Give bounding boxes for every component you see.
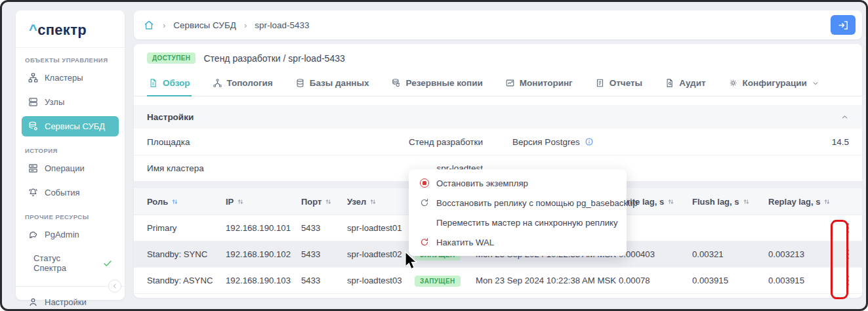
settings-collapse-button[interactable] bbox=[840, 113, 849, 121]
tab-topology[interactable]: Топология bbox=[211, 72, 274, 96]
settings-title: Настройки bbox=[147, 112, 194, 122]
cell-ip: 192.168.190.101 bbox=[226, 223, 301, 233]
sort-icon[interactable] bbox=[823, 198, 831, 205]
status-badge: ЗАПУЩЕН bbox=[415, 276, 461, 287]
settings-section-header: Настройки bbox=[134, 105, 862, 129]
column-header-port[interactable]: Порт bbox=[301, 197, 347, 207]
sidebar-section-history: ИСТОРИЯ bbox=[25, 147, 115, 154]
database-gear-icon bbox=[28, 121, 39, 132]
tab-configurations[interactable]: Конфигурации bbox=[727, 72, 821, 96]
cell-replay-lag: 0.003915 bbox=[768, 276, 837, 285]
cell-role: Primary bbox=[147, 223, 226, 233]
sidebar-item-label: Операции bbox=[45, 163, 85, 173]
row-actions-menu-button[interactable] bbox=[842, 272, 854, 289]
sidebar-item-label: Узлы bbox=[45, 97, 64, 107]
breadcrumb-separator: › bbox=[163, 20, 165, 30]
breadcrumb-current: spr-load-5433 bbox=[255, 20, 309, 30]
cell-write-lag: 0.000403 bbox=[619, 249, 692, 259]
column-header-replay-lag[interactable]: Replay lag, s bbox=[768, 197, 837, 207]
stop-icon bbox=[419, 178, 430, 188]
tab-audit[interactable]: Аудит bbox=[663, 72, 707, 96]
tab-backups[interactable]: Резервные копии bbox=[390, 72, 484, 96]
tab-reports[interactable]: Отчеты bbox=[594, 72, 644, 96]
menu-item-label: Остановить экземпляр bbox=[436, 178, 528, 188]
sidebar-divider bbox=[16, 286, 125, 287]
tab-label: Топология bbox=[227, 78, 273, 88]
tab-label: Базы данных bbox=[310, 78, 369, 88]
home-icon[interactable] bbox=[143, 19, 155, 31]
info-icon[interactable] bbox=[585, 137, 594, 146]
menu-item-restore-replica[interactable]: Восстановить реплику с помощью pg_baseba… bbox=[409, 193, 627, 213]
logo-caret: ^ bbox=[29, 22, 37, 38]
session-button[interactable] bbox=[831, 15, 856, 35]
column-header-ip[interactable]: IP bbox=[226, 197, 301, 207]
bell-icon bbox=[28, 187, 39, 198]
tab-label: Конфигурации bbox=[743, 78, 807, 88]
sidebar-section-objects: ОБЪЕКТЫ УПРАВЛЕНИЯ bbox=[25, 56, 115, 64]
sidebar-section-other: ПРОЧИЕ РЕСУРСЫ bbox=[25, 213, 115, 220]
tab-label: Обзор bbox=[163, 78, 190, 88]
sidebar-item-operations[interactable]: Операции bbox=[22, 158, 119, 178]
cell-port: 5433 bbox=[301, 223, 347, 233]
sidebar-item-pgadmin[interactable]: PgAdmin bbox=[22, 224, 119, 245]
backup-icon bbox=[391, 78, 401, 88]
settings-row-site: Площадка Стенд разработки Версия Postgre… bbox=[134, 129, 862, 155]
sort-icon[interactable] bbox=[171, 198, 178, 205]
table-row-standby-async[interactable]: Standby: ASYNC 192.168.190.103 5433 spr-… bbox=[134, 268, 862, 294]
menu-item-label: Переместить мастер на синхронную реплику bbox=[436, 218, 618, 228]
row-actions-menu-button[interactable] bbox=[842, 245, 854, 263]
tab-label: Отчеты bbox=[610, 78, 642, 88]
sidebar-item-events[interactable]: События bbox=[22, 182, 119, 203]
menu-item-stop-instance[interactable]: Остановить экземпляр bbox=[409, 173, 627, 193]
service-header: ДОСТУПЕН Стенд разработки / spr-load-543… bbox=[134, 44, 862, 70]
tab-overview[interactable]: Обзор bbox=[147, 72, 192, 96]
breadcrumb-db-services[interactable]: Сервисы СУБД bbox=[173, 20, 236, 30]
sidebar-item-clusters[interactable]: Кластеры bbox=[22, 68, 119, 88]
cell-port: 5433 bbox=[301, 276, 347, 285]
sidebar-item-db-services[interactable]: Сервисы СУБД bbox=[22, 116, 119, 136]
column-header-node[interactable]: Узел bbox=[347, 197, 415, 207]
postgres-version-label: Версия Postgres bbox=[512, 137, 580, 147]
sidebar-item-label: События bbox=[45, 188, 80, 197]
sidebar-item-spektr-status[interactable]: Статус Спектра bbox=[22, 249, 119, 278]
cell-ip: 192.168.190.102 bbox=[226, 249, 301, 259]
report-icon bbox=[595, 78, 605, 88]
sidebar-item-label: Настройки bbox=[45, 297, 87, 307]
chevron-up-icon bbox=[840, 113, 849, 121]
menu-item-move-master[interactable]: Переместить мастер на синхронную реплику bbox=[409, 213, 627, 232]
cell-write-lag: 0.00078 bbox=[619, 276, 692, 285]
chart-icon bbox=[505, 78, 515, 88]
sidebar-item-nodes[interactable]: Узлы bbox=[22, 92, 119, 112]
topology-icon bbox=[213, 78, 222, 88]
sidebar-item-settings[interactable]: Настройки bbox=[22, 292, 119, 311]
menu-item-label: Восстановить реплику с помощью pg_baseba… bbox=[436, 198, 638, 208]
app-logo: ^спектр bbox=[16, 10, 125, 48]
menu-item-apply-wal[interactable]: Накатить WAL bbox=[409, 232, 627, 252]
row-actions-menu-button[interactable] bbox=[842, 219, 854, 237]
field-value: 14.5 bbox=[663, 137, 849, 147]
chevron-left-icon bbox=[111, 282, 119, 290]
document-icon bbox=[148, 78, 158, 88]
field-label: Имя кластера bbox=[147, 163, 344, 173]
sidebar-item-label: Статус Спектра bbox=[33, 253, 94, 273]
tab-label: Аудит bbox=[679, 78, 705, 88]
sort-icon[interactable] bbox=[237, 198, 244, 205]
tab-databases[interactable]: Базы данных bbox=[294, 72, 371, 96]
field-label: Площадка bbox=[147, 137, 344, 147]
sidebar-collapse-button[interactable] bbox=[108, 280, 121, 293]
cell-flush-lag: 0.003915 bbox=[692, 276, 768, 285]
column-header-role[interactable]: Роль bbox=[147, 197, 226, 207]
tab-monitoring[interactable]: Мониторинг bbox=[504, 72, 574, 96]
sort-icon[interactable] bbox=[325, 198, 332, 205]
login-arrow-icon bbox=[838, 20, 849, 31]
column-header-flush-lag[interactable]: Flush lag, s bbox=[692, 197, 768, 207]
database-icon bbox=[295, 78, 305, 88]
refresh-icon bbox=[419, 237, 430, 247]
sort-icon[interactable] bbox=[667, 198, 674, 205]
sort-icon[interactable] bbox=[743, 198, 750, 205]
field-label: Версия Postgres bbox=[512, 137, 663, 147]
breadcrumb-separator: › bbox=[244, 20, 247, 30]
sort-icon[interactable] bbox=[369, 198, 377, 205]
sidebar-item-label: Кластеры bbox=[45, 73, 83, 83]
cell-role: Standby: SYNC bbox=[147, 249, 226, 259]
